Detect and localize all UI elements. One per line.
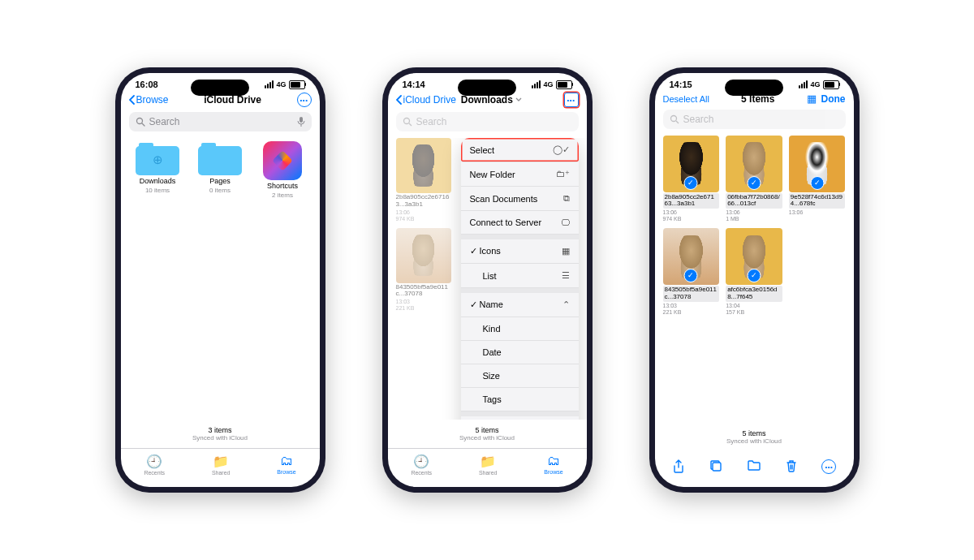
download-icon: ⊕ xyxy=(153,153,163,167)
page-title[interactable]: Downloads xyxy=(456,94,564,106)
grid-toggle-icon[interactable]: ▦ xyxy=(807,93,817,105)
move-button[interactable] xyxy=(747,459,761,474)
file-time: 13:06 xyxy=(663,209,720,215)
folder-pages[interactable]: Pages 0 items xyxy=(192,141,249,199)
file-item[interactable]: ✓ 2b8a905cc2e67163...3a3b1 13:06 974 KB xyxy=(663,136,720,222)
file-item[interactable]: 2b8a905cc2e67163...3a3b1 13:06 974 KB xyxy=(396,138,451,222)
battery-icon xyxy=(823,80,839,89)
folder-count: 2 items xyxy=(272,192,293,199)
menu-sort-name[interactable]: ✓ Name⌃ xyxy=(461,293,579,317)
folder-shortcuts[interactable]: Shortcuts 2 items xyxy=(254,141,312,199)
footer-status: 5 itemsSynced with iCloud xyxy=(655,423,854,451)
signal-icon xyxy=(799,80,808,88)
menu-view-list[interactable]: List☰ xyxy=(461,264,579,288)
check-circle-icon: ◯✓ xyxy=(553,144,570,155)
grid-icon: ▦ xyxy=(562,246,570,256)
dynamic-island xyxy=(458,80,516,96)
browse-icon: 🗂 xyxy=(280,454,293,468)
tab-recents[interactable]: 🕘Recents xyxy=(144,454,165,476)
folder-count: 10 items xyxy=(145,187,170,194)
menu-view-options[interactable]: › View Options xyxy=(461,416,579,420)
menu-sort-tags[interactable]: Tags xyxy=(461,388,579,411)
tab-bar: 🕘Recents 📁Shared 🗂Browse xyxy=(121,448,320,487)
server-icon: 🖵 xyxy=(561,218,570,227)
selected-check-icon: ✓ xyxy=(810,176,824,190)
more-actions-button[interactable]: ••• xyxy=(821,459,836,474)
scan-icon: ⧉ xyxy=(563,193,570,204)
folder-downloads[interactable]: ⊕ Downloads 10 items xyxy=(129,141,187,199)
footer-status: 5 itemsSynced with iCloud xyxy=(388,420,587,448)
tab-browse[interactable]: 🗂Browse xyxy=(544,454,562,476)
done-button[interactable]: Done xyxy=(821,93,846,105)
menu-sort-date[interactable]: Date xyxy=(461,341,579,364)
more-button[interactable]: ••• xyxy=(297,93,312,107)
selected-check-icon: ✓ xyxy=(684,176,698,190)
file-name: 9e528f74c6d13d94...678fc xyxy=(789,193,846,209)
checkmark-icon: ✓ xyxy=(470,299,477,309)
menu-view-icons[interactable]: ✓ Icons▦ xyxy=(461,239,579,264)
tab-shared[interactable]: 📁Shared xyxy=(212,454,231,476)
menu-new-folder[interactable]: New Folder🗀⁺ xyxy=(461,162,579,187)
search-field[interactable]: Search xyxy=(129,112,312,131)
more-button[interactable]: ••• xyxy=(564,93,579,107)
mic-icon[interactable] xyxy=(297,116,305,127)
search-icon xyxy=(403,117,412,127)
checkmark-icon: ✓ xyxy=(470,246,477,256)
duplicate-button[interactable] xyxy=(709,459,722,474)
clock: 16:08 xyxy=(136,80,158,89)
clock-icon: 🕘 xyxy=(146,454,162,469)
deselect-all-button[interactable]: Deselect All xyxy=(663,94,709,104)
signal-icon xyxy=(265,80,274,88)
svg-point-5 xyxy=(670,116,676,122)
menu-scan-documents[interactable]: Scan Documents⧉ xyxy=(461,187,579,211)
menu-sort-size[interactable]: Size xyxy=(461,364,579,388)
folder-label: Shortcuts xyxy=(267,182,298,190)
svg-point-3 xyxy=(403,118,409,124)
folder-plus-icon: 🗀⁺ xyxy=(556,169,570,179)
file-name: 06fbba7f72b0868/66...013cf xyxy=(726,193,782,209)
menu-select[interactable]: Select◯✓ xyxy=(461,138,579,162)
list-icon: ☰ xyxy=(562,270,570,281)
back-label: iCloud Drive xyxy=(403,94,456,106)
menu-connect-server[interactable]: Connect to Server🖵 xyxy=(461,211,579,235)
tab-recents[interactable]: 🕘Recents xyxy=(411,454,432,476)
svg-point-0 xyxy=(136,118,142,124)
svg-line-4 xyxy=(409,123,412,126)
folder-label: Pages xyxy=(209,177,231,185)
file-item[interactable]: 843505bf5a9e011c...37078 13:03 221 KB xyxy=(396,228,451,312)
tab-browse[interactable]: 🗂Browse xyxy=(277,454,295,476)
svg-rect-2 xyxy=(300,117,303,123)
chevron-down-icon xyxy=(515,97,522,102)
file-size: 221 KB xyxy=(663,309,720,315)
shared-icon: 📁 xyxy=(480,454,496,469)
back-label: Browse xyxy=(136,94,169,106)
file-size: 157 KB xyxy=(726,309,782,315)
page-title: iCloud Drive xyxy=(169,94,297,106)
back-button[interactable]: iCloud Drive xyxy=(396,94,456,106)
tab-shared[interactable]: 📁Shared xyxy=(479,454,498,476)
search-placeholder: Search xyxy=(416,116,447,127)
clock: 14:15 xyxy=(670,80,692,89)
context-menu: Select◯✓ New Folder🗀⁺ Scan Documents⧉ Co… xyxy=(461,138,579,420)
file-item[interactable]: ✓ 843505bf5a9e011c...37078 13:03 221 KB xyxy=(663,228,720,314)
menu-sort-kind[interactable]: Kind xyxy=(461,317,579,341)
search-field[interactable]: Search xyxy=(396,112,579,131)
selected-check-icon: ✓ xyxy=(747,176,761,190)
file-item[interactable]: ✓ 9e528f74c6d13d94...678fc 13:06 xyxy=(789,136,846,222)
delete-button[interactable] xyxy=(786,459,797,474)
folder-label: Downloads xyxy=(140,177,176,185)
share-button[interactable] xyxy=(672,459,685,474)
svg-rect-7 xyxy=(713,463,721,471)
file-name: 2b8a905cc2e67163...3a3b1 xyxy=(396,194,451,209)
dynamic-island xyxy=(191,80,249,96)
network-label: 4G xyxy=(543,80,553,88)
file-item[interactable]: ✓ 06fbba7f72b0868/66...013cf 13:06 1 MB xyxy=(726,136,782,222)
back-button[interactable]: Browse xyxy=(129,94,169,106)
search-icon xyxy=(670,114,679,124)
clock-icon: 🕘 xyxy=(413,454,429,469)
search-field: Search xyxy=(663,110,846,129)
svg-line-6 xyxy=(676,121,679,123)
file-item[interactable]: ✓ afc6bfca3e0156d8...7f645 13:04 157 KB xyxy=(726,228,782,314)
search-placeholder: Search xyxy=(149,116,180,127)
tab-bar: 🕘Recents 📁Shared 🗂Browse xyxy=(388,448,587,487)
